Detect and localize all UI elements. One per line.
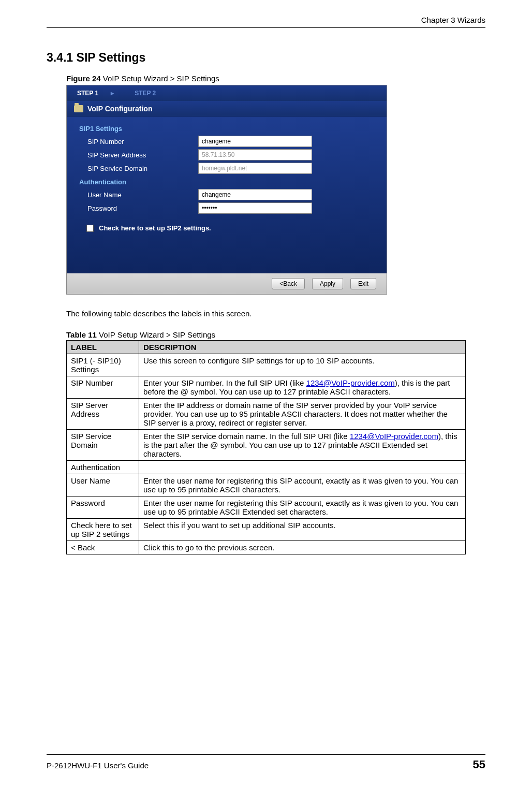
sip2-check-row: Check here to set up SIP2 settings. (79, 224, 374, 232)
table-row: < BackClick this to go to the previous s… (67, 541, 466, 554)
voip-wizard-screenshot: STEP 1 ▸ STEP 2 VoIP Configuration SIP1 … (66, 85, 387, 295)
cell-label: Password (67, 496, 139, 519)
after-figure-text: The following table describes the labels… (66, 309, 485, 318)
description-table: LABEL DESCRIPTION SIP1 (- SIP10) Setting… (66, 340, 466, 554)
wizard-body: SIP1 Settings SIP Number SIP Server Addr… (67, 116, 387, 273)
sip-number-input[interactable] (198, 136, 312, 147)
username-input[interactable] (198, 189, 312, 200)
sip-server-input[interactable] (198, 149, 312, 160)
table-row: SIP1 (- SIP10) SettingsUse this screen t… (67, 354, 466, 376)
sip-domain-input[interactable] (198, 163, 312, 174)
figure-caption: Figure 24 VoIP Setup Wizard > SIP Settin… (66, 74, 485, 83)
table-caption: Table 11 VoIP Setup Wizard > SIP Setting… (66, 330, 485, 339)
page-footer: P-2612HWU-F1 User's Guide 55 (47, 754, 485, 771)
th-label: LABEL (67, 341, 139, 354)
figure-label: Figure 24 (66, 74, 101, 83)
table-row: Check here to set up SIP 2 settingsSelec… (67, 519, 466, 541)
back-button[interactable]: <Back (272, 278, 305, 289)
cell-description: Click this to go to the previous screen. (139, 541, 466, 554)
sip-domain-label: SIP Service Domain (79, 165, 198, 172)
row-sip-number: SIP Number (79, 136, 374, 147)
sip2-checkbox[interactable] (86, 225, 94, 232)
page-number: 55 (473, 758, 485, 771)
cell-label: < Back (67, 541, 139, 554)
sip1-settings-label: SIP1 Settings (79, 125, 374, 133)
footer-rule (47, 754, 485, 755)
password-label: Password (79, 204, 198, 212)
step-1-label: STEP 1 (77, 90, 98, 97)
row-sip-domain: SIP Service Domain (79, 163, 374, 174)
figure-caption-text: VoIP Setup Wizard > SIP Settings (101, 74, 219, 83)
sip2-check-label: Check here to set up SIP2 settings. (99, 224, 211, 232)
cell-label: SIP Number (67, 376, 139, 399)
exit-button[interactable]: Exit (350, 278, 376, 289)
cell-label: SIP Service Domain (67, 430, 139, 461)
table-row: SIP Server AddressEnter the IP address o… (67, 399, 466, 430)
table-label: Table 11 (66, 330, 97, 339)
cell-description: Select this if you want to set up additi… (139, 519, 466, 541)
cell-description: Enter your SIP number. In the full SIP U… (139, 376, 466, 399)
footer-guide-name: P-2612HWU-F1 User's Guide (47, 761, 149, 770)
folder-icon (74, 105, 83, 112)
cell-label: SIP1 (- SIP10) Settings (67, 354, 139, 376)
cell-description: Enter the user name for registering this… (139, 496, 466, 519)
cell-label: SIP Server Address (67, 399, 139, 430)
sip-server-label: SIP Server Address (79, 151, 198, 159)
th-desc: DESCRIPTION (139, 341, 466, 354)
sip-number-label: SIP Number (79, 138, 198, 145)
row-username: User Name (79, 189, 374, 200)
table-row: User NameEnter the user name for registe… (67, 474, 466, 496)
wizard-title-bar: VoIP Configuration (67, 101, 387, 116)
cell-description: Enter the IP address or domain name of t… (139, 399, 466, 430)
wizard-footer: <Back Apply Exit (67, 273, 387, 294)
chapter-header: Chapter 3 Wizards (47, 16, 485, 27)
step-2-label: STEP 2 (135, 90, 156, 97)
table-row: SIP NumberEnter your SIP number. In the … (67, 376, 466, 399)
password-input[interactable] (198, 202, 312, 214)
cell-label: User Name (67, 474, 139, 496)
wizard-step-bar: STEP 1 ▸ STEP 2 (67, 85, 387, 101)
cell-description: Enter the user name for registering this… (139, 474, 466, 496)
cell-label: Check here to set up SIP 2 settings (67, 519, 139, 541)
cell-description (139, 461, 466, 474)
wizard-title-text: VoIP Configuration (87, 105, 152, 113)
table-caption-text: VoIP Setup Wizard > SIP Settings (97, 330, 215, 339)
table-row: PasswordEnter the user name for register… (67, 496, 466, 519)
cell-label: Authentication (67, 461, 139, 474)
sip-uri-link[interactable]: 1234@VoIP-provider.com (350, 432, 438, 441)
apply-button[interactable]: Apply (312, 278, 343, 289)
cell-description: Use this screen to configure SIP setting… (139, 354, 466, 376)
table-header-row: LABEL DESCRIPTION (67, 341, 466, 354)
step-arrow-icon: ▸ (111, 90, 114, 97)
auth-section-label: Authentication (79, 178, 374, 186)
header-rule (47, 27, 485, 28)
section-heading: 3.4.1 SIP Settings (47, 51, 485, 65)
row-password: Password (79, 202, 374, 214)
cell-description: Enter the SIP service domain name. In th… (139, 430, 466, 461)
table-row: SIP Service DomainEnter the SIP service … (67, 430, 466, 461)
table-row: Authentication (67, 461, 466, 474)
row-sip-server: SIP Server Address (79, 149, 374, 160)
username-label: User Name (79, 191, 198, 199)
sip-uri-link[interactable]: 1234@VoIP-provider.com (306, 378, 395, 387)
